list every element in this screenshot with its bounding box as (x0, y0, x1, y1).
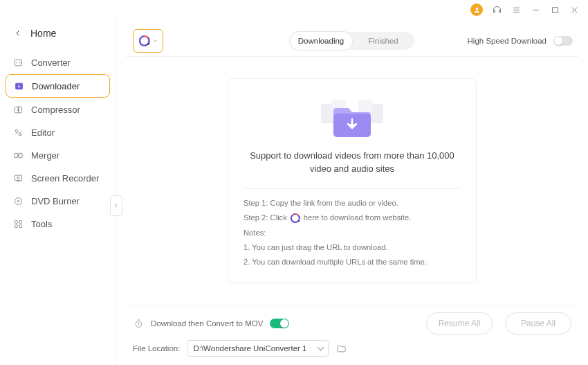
svg-point-11 (17, 200, 19, 202)
sidebar-item-converter[interactable]: Converter (6, 51, 110, 73)
sidebar-item-editor[interactable]: Editor (6, 121, 110, 143)
high-speed-toggle[interactable] (553, 36, 573, 46)
download-folder-illustration (244, 94, 461, 143)
notes-heading: Notes: (244, 226, 461, 240)
tab-switch: Downloading Finished (290, 32, 414, 50)
minimize-icon[interactable] (530, 4, 541, 15)
svg-point-10 (15, 197, 21, 204)
resume-all-button[interactable]: Resume All (426, 312, 493, 335)
dvd-burner-icon (12, 195, 24, 206)
toolbar: + Downloading Finished High Speed Downlo… (126, 25, 578, 57)
tab-finished[interactable]: Finished (352, 32, 414, 50)
sidebar-item-label: Compressor (31, 105, 80, 115)
sidebar-collapse-handle[interactable] (110, 195, 122, 216)
svg-rect-13 (19, 220, 21, 223)
svg-rect-12 (15, 220, 17, 223)
app-logo-icon: + (138, 35, 151, 47)
editor-icon (12, 127, 24, 138)
svg-text:+: + (147, 41, 149, 46)
sidebar-item-label: Editor (31, 127, 55, 138)
pause-all-button[interactable]: Pause All (505, 312, 571, 335)
sidebar-item-label: Tools (31, 219, 52, 229)
menu-icon[interactable] (511, 4, 522, 15)
sidebar-item-downloader[interactable]: Downloader (6, 74, 110, 98)
svg-rect-7 (19, 153, 22, 157)
screen-recorder-icon (12, 172, 24, 184)
convert-toggle[interactable] (270, 319, 289, 328)
sidebar-item-label: DVD Burner (31, 196, 80, 206)
sidebar: Home Converter Downloader Compressor Ed (0, 19, 116, 365)
app-logo-icon: + (290, 213, 301, 224)
merger-icon (12, 150, 24, 161)
sidebar-item-label: Merger (31, 150, 59, 161)
add-download-button[interactable]: + (133, 29, 163, 53)
file-location-label: File Location: (133, 344, 180, 353)
close-icon[interactable] (569, 4, 580, 15)
divider (244, 188, 461, 189)
step-1-text: Step 1: Copy the link from the audio or … (244, 196, 461, 211)
chevron-left-icon (113, 203, 119, 208)
converter-icon (12, 57, 24, 68)
high-speed-label: High Speed Download (468, 37, 546, 45)
note-2-text: 2. You can download multiple URLs at the… (244, 255, 461, 269)
sidebar-item-compressor[interactable]: Compressor (6, 98, 110, 121)
file-location-dropdown[interactable]: D:\Wondershare UniConverter 1 (187, 340, 329, 357)
support-icon[interactable] (491, 4, 502, 15)
sidebar-item-label: Downloader (32, 81, 80, 91)
sidebar-item-tools[interactable]: Tools (6, 213, 110, 235)
svg-point-9 (17, 177, 19, 179)
empty-state-headline: Support to download videos from more tha… (244, 150, 461, 176)
sidebar-item-label: Screen Recorder (31, 173, 99, 184)
home-label: Home (30, 28, 56, 39)
sidebar-item-label: Converter (31, 57, 71, 68)
svg-rect-15 (19, 224, 21, 227)
svg-rect-8 (15, 175, 21, 181)
home-nav[interactable]: Home (0, 19, 116, 48)
svg-text:+: + (297, 219, 300, 223)
svg-rect-14 (15, 224, 17, 227)
convert-label: Download then Convert to MOV (151, 319, 263, 328)
step-2-text: Step 2: Click + here to download from we… (244, 211, 461, 225)
downloader-icon (13, 80, 24, 91)
svg-rect-0 (552, 7, 558, 12)
compressor-icon (12, 104, 24, 115)
sidebar-item-screen-recorder[interactable]: Screen Recorder (6, 167, 110, 189)
tools-icon (12, 218, 24, 229)
empty-state-card: Support to download videos from more tha… (228, 78, 477, 283)
maximize-icon[interactable] (549, 4, 560, 15)
note-1-text: 1. You can just drag the URL to download… (244, 240, 461, 255)
tab-downloading[interactable]: Downloading (290, 32, 352, 50)
svg-rect-6 (14, 153, 17, 157)
sidebar-item-dvd-burner[interactable]: DVD Burner (6, 190, 110, 212)
chevron-left-icon (14, 29, 22, 37)
open-folder-icon[interactable] (336, 343, 347, 354)
sidebar-item-merger[interactable]: Merger (6, 144, 110, 166)
titlebar (0, 0, 588, 19)
footer: Download then Convert to MOV Resume All … (126, 305, 578, 359)
chevron-down-icon (153, 38, 158, 44)
timer-icon (133, 318, 144, 329)
account-avatar[interactable] (470, 3, 483, 16)
